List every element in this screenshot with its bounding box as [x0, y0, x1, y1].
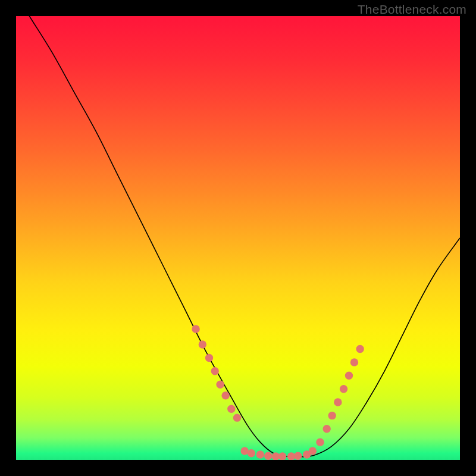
highlight-dot	[233, 414, 241, 421]
highlight-dot	[356, 345, 364, 353]
highlight-dot	[322, 425, 330, 433]
highlight-dot	[294, 452, 302, 460]
highlight-dot	[199, 340, 206, 348]
highlight-dot	[256, 450, 264, 458]
highlight-dot	[248, 449, 255, 457]
highlight-dot	[334, 398, 342, 406]
highlight-dot	[205, 354, 213, 362]
bottleneck-curve	[16, 16, 460, 457]
highlight-dot	[264, 452, 272, 460]
highlight-dot	[350, 358, 358, 366]
highlight-dot	[221, 392, 229, 399]
curve-layer	[16, 16, 460, 460]
highlight-dot	[345, 372, 353, 380]
highlight-dot	[211, 367, 218, 375]
highlight-dot	[328, 412, 336, 419]
highlight-dot	[192, 325, 199, 333]
highlight-dot	[216, 380, 224, 388]
chart-frame: TheBottleneck.com	[0, 0, 476, 476]
highlight-dots	[192, 325, 364, 460]
highlight-dot	[227, 405, 235, 412]
plot-area	[16, 16, 460, 460]
highlight-dot	[309, 447, 317, 455]
highlight-dot	[278, 452, 286, 460]
highlight-dot	[340, 385, 347, 393]
highlight-dot	[316, 438, 324, 446]
watermark-text: TheBottleneck.com	[358, 2, 466, 17]
